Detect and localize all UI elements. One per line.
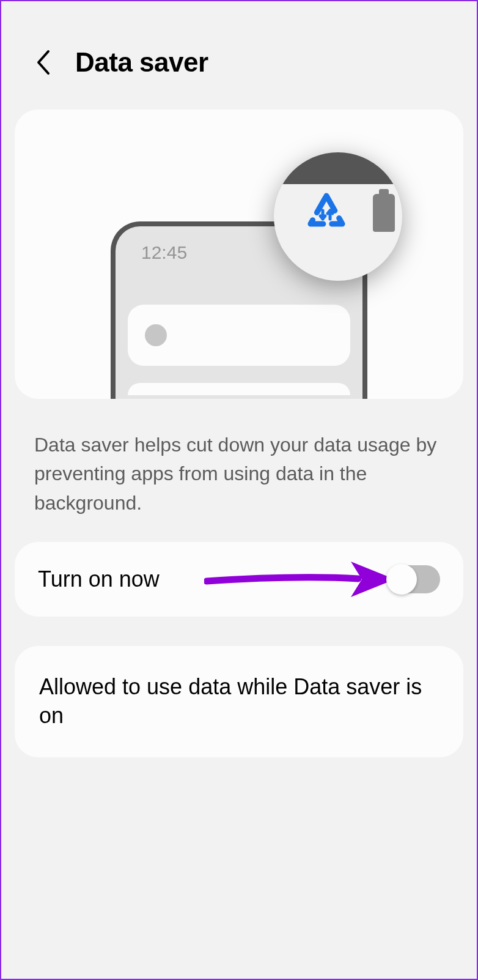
notification-dot: [145, 324, 167, 346]
notification-row: [128, 305, 350, 366]
turn-on-label: Turn on now: [38, 566, 160, 592]
description-text: Data saver helps cut down your data usag…: [1, 423, 477, 535]
allowed-apps-row[interactable]: Allowed to use data while Data saver is …: [15, 646, 463, 757]
toggle-knob: [386, 564, 417, 595]
magnifier-border: [274, 152, 402, 184]
illustration-card: 12:45: [15, 110, 463, 399]
header: Data saver: [1, 1, 477, 102]
phone-time: 12:45: [141, 242, 187, 263]
annotation-arrow-icon: [204, 558, 395, 601]
status-bar-magnifier: [274, 152, 402, 281]
battery-icon: [373, 194, 395, 232]
back-icon[interactable]: [35, 49, 51, 76]
data-saver-icon: [304, 192, 348, 236]
allowed-apps-label: Allowed to use data while Data saver is …: [39, 673, 436, 730]
notification-row: [128, 383, 350, 395]
page-title: Data saver: [75, 47, 208, 78]
turn-on-toggle[interactable]: [388, 565, 440, 593]
turn-on-row[interactable]: Turn on now: [15, 542, 463, 617]
